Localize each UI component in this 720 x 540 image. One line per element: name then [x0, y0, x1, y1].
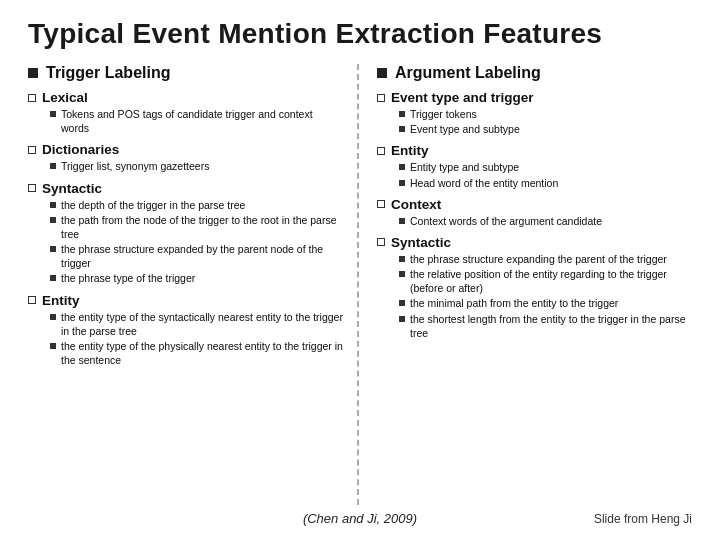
sub-bullet: [50, 111, 56, 117]
list-item: the minimal path from the entity to the …: [399, 296, 692, 310]
section-syntactic-left-items: the depth of the trigger in the parse tr…: [28, 198, 343, 286]
sub-text: Trigger tokens: [410, 107, 477, 121]
sub-text: Trigger list, synonym gazetteers: [61, 159, 209, 173]
content-area: Trigger Labeling Lexical Tokens and POS …: [28, 64, 692, 505]
list-item: Trigger list, synonym gazetteers: [50, 159, 343, 173]
section-syntactic-left-title: Syntactic: [42, 181, 102, 196]
sub-bullet: [50, 343, 56, 349]
sub-bullet: [50, 314, 56, 320]
section-entity-right-header: Entity: [377, 143, 692, 158]
sub-text: the path from the node of the trigger to…: [61, 213, 343, 241]
slide: Typical Event Mention Extraction Feature…: [0, 0, 720, 540]
slide-title: Typical Event Mention Extraction Feature…: [28, 18, 692, 50]
right-col-title: Argument Labeling: [395, 64, 541, 82]
section-event-type: Event type and trigger Trigger tokens Ev…: [377, 90, 692, 136]
section-syntactic-right-bullet: [377, 238, 385, 246]
section-entity-left-bullet: [28, 296, 36, 304]
list-item: the path from the node of the trigger to…: [50, 213, 343, 241]
section-entity-right: Entity Entity type and subtype Head word…: [377, 143, 692, 189]
sub-text: Entity type and subtype: [410, 160, 519, 174]
section-entity-right-bullet: [377, 147, 385, 155]
list-item: the depth of the trigger in the parse tr…: [50, 198, 343, 212]
left-header: Trigger Labeling: [28, 64, 343, 82]
sub-text: the depth of the trigger in the parse tr…: [61, 198, 245, 212]
section-syntactic-right-header: Syntactic: [377, 235, 692, 250]
section-dictionaries: Dictionaries Trigger list, synonym gazet…: [28, 142, 343, 173]
list-item: Event type and subtype: [399, 122, 692, 136]
section-syntactic-right: Syntactic the phrase structure expanding…: [377, 235, 692, 340]
section-entity-left-header: Entity: [28, 293, 343, 308]
list-item: the entity type of the physically neares…: [50, 339, 343, 367]
section-entity-left: Entity the entity type of the syntactica…: [28, 293, 343, 368]
left-column: Trigger Labeling Lexical Tokens and POS …: [28, 64, 359, 505]
sub-text: the shortest length from the entity to t…: [410, 312, 692, 340]
list-item: Entity type and subtype: [399, 160, 692, 174]
section-entity-left-items: the entity type of the syntactically nea…: [28, 310, 343, 368]
section-lexical-header: Lexical: [28, 90, 343, 105]
sub-bullet: [50, 275, 56, 281]
section-dictionaries-items: Trigger list, synonym gazetteers: [28, 159, 343, 173]
list-item: Context words of the argument candidate: [399, 214, 692, 228]
sub-bullet: [399, 180, 405, 186]
sub-bullet: [399, 300, 405, 306]
citation: (Chen and Ji, 2009): [249, 511, 470, 526]
section-context-header: Context: [377, 197, 692, 212]
list-item: the entity type of the syntactically nea…: [50, 310, 343, 338]
sub-text: Head word of the entity mention: [410, 176, 558, 190]
section-lexical-items: Tokens and POS tags of candidate trigger…: [28, 107, 343, 135]
left-col-title: Trigger Labeling: [46, 64, 170, 82]
sub-bullet: [399, 164, 405, 170]
sub-text: the entity type of the physically neares…: [61, 339, 343, 367]
section-entity-right-title: Entity: [391, 143, 429, 158]
sub-text: Context words of the argument candidate: [410, 214, 602, 228]
section-syntactic-left: Syntactic the depth of the trigger in th…: [28, 181, 343, 286]
section-dictionaries-header: Dictionaries: [28, 142, 343, 157]
sub-bullet: [50, 202, 56, 208]
section-event-type-header: Event type and trigger: [377, 90, 692, 105]
footer: (Chen and Ji, 2009) Slide from Heng Ji: [28, 511, 692, 526]
sub-text: the entity type of the syntactically nea…: [61, 310, 343, 338]
slide-credit: Slide from Heng Ji: [594, 512, 692, 526]
sub-text: Tokens and POS tags of candidate trigger…: [61, 107, 343, 135]
sub-text: the phrase type of the trigger: [61, 271, 195, 285]
section-context-title: Context: [391, 197, 441, 212]
list-item: the phrase structure expanding the paren…: [399, 252, 692, 266]
sub-bullet: [50, 217, 56, 223]
section-lexical-bullet: [28, 94, 36, 102]
right-header: Argument Labeling: [377, 64, 692, 82]
sub-bullet: [399, 126, 405, 132]
list-item: Trigger tokens: [399, 107, 692, 121]
section-context-bullet: [377, 200, 385, 208]
section-event-type-bullet: [377, 94, 385, 102]
list-item: the relative position of the entity rega…: [399, 267, 692, 295]
section-syntactic-right-items: the phrase structure expanding the paren…: [377, 252, 692, 340]
sub-bullet: [399, 256, 405, 262]
section-entity-left-title: Entity: [42, 293, 80, 308]
sub-text: Event type and subtype: [410, 122, 520, 136]
list-item: Head word of the entity mention: [399, 176, 692, 190]
section-event-type-title: Event type and trigger: [391, 90, 534, 105]
list-item: the phrase structure expanded by the par…: [50, 242, 343, 270]
section-context: Context Context words of the argument ca…: [377, 197, 692, 228]
section-event-type-items: Trigger tokens Event type and subtype: [377, 107, 692, 136]
sub-bullet: [50, 163, 56, 169]
sub-text: the phrase structure expanded by the par…: [61, 242, 343, 270]
sub-bullet: [399, 271, 405, 277]
sub-bullet: [399, 218, 405, 224]
section-dictionaries-title: Dictionaries: [42, 142, 119, 157]
sub-text: the relative position of the entity rega…: [410, 267, 692, 295]
sub-bullet: [50, 246, 56, 252]
section-dictionaries-bullet: [28, 146, 36, 154]
sub-text: the phrase structure expanding the paren…: [410, 252, 667, 266]
left-bullet: [28, 68, 38, 78]
list-item: the shortest length from the entity to t…: [399, 312, 692, 340]
section-syntactic-right-title: Syntactic: [391, 235, 451, 250]
section-syntactic-left-header: Syntactic: [28, 181, 343, 196]
sub-bullet: [399, 316, 405, 322]
right-column: Argument Labeling Event type and trigger…: [359, 64, 692, 505]
sub-bullet: [399, 111, 405, 117]
right-bullet: [377, 68, 387, 78]
list-item: the phrase type of the trigger: [50, 271, 343, 285]
section-lexical-title: Lexical: [42, 90, 88, 105]
section-lexical: Lexical Tokens and POS tags of candidate…: [28, 90, 343, 135]
